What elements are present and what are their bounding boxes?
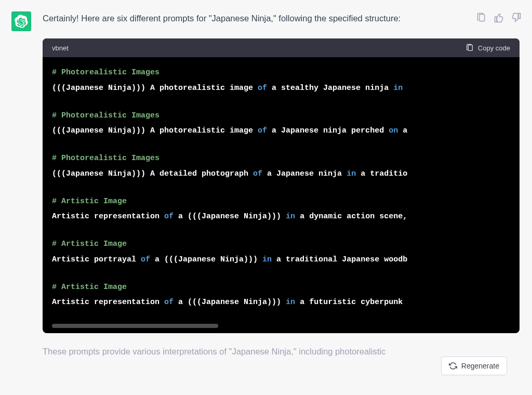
copy-code-button[interactable]: Copy code bbox=[466, 44, 510, 52]
code-comment-line: # Artistic Image bbox=[52, 195, 510, 207]
openai-logo-icon bbox=[15, 15, 28, 28]
clipboard-icon[interactable] bbox=[476, 12, 486, 23]
code-language-label: vbnet bbox=[52, 44, 69, 52]
code-line: Artistic representation of a (((Japanese… bbox=[52, 296, 510, 308]
code-comment-line: # Photorealistic Images bbox=[52, 110, 510, 122]
code-line: (((Japanese Ninja))) A detailed photogra… bbox=[52, 168, 510, 180]
code-prompt-group: # Photorealistic Images(((Japanese Ninja… bbox=[52, 110, 510, 137]
copy-code-label: Copy code bbox=[478, 44, 510, 52]
message-body: Certainly! Here are six different prompt… bbox=[43, 11, 522, 359]
code-prompt-group: # Artistic ImageArtistic portrayal of a … bbox=[52, 238, 510, 266]
thumbs-down-icon[interactable] bbox=[511, 12, 522, 23]
code-line: (((Japanese Ninja))) A photorealistic im… bbox=[52, 125, 510, 137]
code-comment-line: # Photorealistic Images bbox=[52, 67, 510, 78]
code-comment-line: # Photorealistic Images bbox=[52, 152, 510, 164]
assistant-avatar bbox=[11, 11, 31, 31]
feedback-actions bbox=[476, 12, 522, 23]
clipboard-icon bbox=[466, 44, 474, 52]
refresh-icon bbox=[449, 362, 457, 370]
code-comment-line: # Artistic Image bbox=[52, 238, 510, 250]
svg-rect-1 bbox=[480, 14, 485, 21]
code-line: (((Japanese Ninja))) A photorealistic im… bbox=[52, 82, 510, 94]
thumbs-up-icon[interactable] bbox=[494, 12, 504, 23]
regenerate-label: Regenerate bbox=[461, 362, 499, 370]
code-prompt-group: # Artistic ImageArtistic representation … bbox=[52, 195, 510, 223]
code-prompt-group: # Photorealistic Images(((Japanese Ninja… bbox=[52, 67, 510, 94]
code-prompt-group: # Artistic ImageArtistic representation … bbox=[52, 281, 510, 309]
code-prompt-group: # Photorealistic Images(((Japanese Ninja… bbox=[52, 152, 510, 180]
code-line: Artistic representation of a (((Japanese… bbox=[52, 210, 510, 222]
intro-text: Certainly! Here are six different prompt… bbox=[43, 11, 522, 25]
regenerate-button[interactable]: Regenerate bbox=[441, 357, 507, 375]
horizontal-scrollbar[interactable] bbox=[52, 324, 218, 328]
code-comment-line: # Artistic Image bbox=[52, 281, 510, 293]
assistant-message: Certainly! Here are six different prompt… bbox=[0, 0, 532, 359]
code-header: vbnet Copy code bbox=[43, 38, 520, 57]
code-line: Artistic portrayal of a (((Japanese Ninj… bbox=[52, 254, 510, 266]
code-content[interactable]: # Photorealistic Images(((Japanese Ninja… bbox=[43, 57, 520, 333]
svg-rect-0 bbox=[468, 45, 472, 51]
code-block: vbnet Copy code # Photorealistic Images(… bbox=[43, 38, 520, 333]
